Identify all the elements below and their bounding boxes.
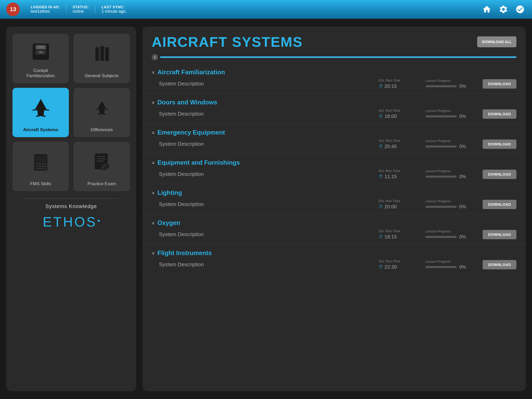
progress-label-2-0: Lesson Progress [425, 139, 451, 143]
home-button[interactable] [481, 4, 493, 15]
svg-rect-16 [45, 163, 46, 165]
progress-label-3-0: Lesson Progress [425, 169, 451, 173]
download-button-1-0[interactable]: DOWNLOAD [483, 109, 516, 119]
tile-general[interactable]: General Subjects [74, 34, 130, 83]
progress-pct-6-0: 0% [459, 264, 466, 270]
progress-bar-bg-0-0 [425, 85, 457, 87]
run-time-value-0-0: ⏱20:15 [379, 83, 397, 89]
download-button-4-0[interactable]: DOWNLOAD [483, 200, 516, 209]
tile-differences[interactable]: Differences [74, 88, 130, 137]
switch-icon: OFF ON [29, 38, 52, 65]
tile-aircraft[interactable]: Aircraft Systems [12, 88, 69, 137]
progress-bar-bg-4-0 [425, 206, 457, 208]
logged-in-section: LOGGED IN AS: test1ethos [24, 5, 66, 14]
progress-bar-bg-6-0 [425, 266, 457, 268]
svg-rect-13 [36, 163, 38, 165]
books-icon [90, 38, 114, 71]
top-bar-icons [481, 4, 526, 15]
right-panel-title: AIRCRAFT SYSTEMS [152, 34, 303, 50]
section-chevron-1: ∨ [152, 100, 155, 105]
run-time-value-6-0: ⏱22:30 [379, 264, 397, 270]
section-chevron-0: ∨ [152, 70, 155, 75]
lesson-name-1-0: System Description [159, 111, 379, 117]
run-time-label-4-0: Est. Run-Time [379, 199, 400, 203]
progress-group-4-0: Lesson Progress0% [425, 199, 483, 210]
progress-group-2-0: Lesson Progress0% [425, 139, 483, 149]
clock-icon: ⏱ [379, 114, 383, 119]
lesson-row-4-0: System DescriptionEst. Run-Time⏱20:00Les… [152, 198, 516, 214]
run-time-group-6-0: Est. Run-Time⏱22:30 [379, 259, 425, 270]
svg-rect-15 [42, 163, 44, 165]
top-bar: 13 LOGGED IN AS: test1ethos STATUS: onli… [0, 0, 532, 19]
progress-bar-bg-5-0 [425, 236, 457, 238]
plane-small-icon [90, 92, 114, 125]
section-block-4: ∨LightingSystem DescriptionEst. Run-Time… [142, 184, 526, 214]
lesson-row-0-0: System DescriptionEst. Run-Time⏱20:15Les… [152, 77, 516, 93]
app-logo: 13 [6, 3, 20, 16]
run-time-label-5-0: Est. Run-Time [379, 229, 400, 233]
run-time-value-3-0: ⏱11:15 [379, 174, 397, 179]
svg-text:ON: ON [38, 51, 43, 54]
tile-fms[interactable]: FMS Skills [12, 142, 69, 191]
tile-cockpit[interactable]: OFF ON CockpitFamiliarization [12, 34, 69, 83]
progress-bar-container-1-0: 0% [425, 114, 466, 119]
download-button-3-0[interactable]: DOWNLOAD [483, 170, 516, 179]
last-sync-value: 1 minute ago. [102, 9, 127, 14]
download-button-5-0[interactable]: DOWNLOAD [483, 230, 516, 239]
tile-practice[interactable]: A+ Practice Exam [74, 142, 130, 191]
lesson-name-0-0: System Description [159, 81, 379, 87]
section-chevron-6: ∨ [152, 251, 155, 256]
run-time-group-1-0: Est. Run-Time⏱18:00 [379, 109, 425, 119]
section-block-2: ∨Emergency EquipmentSystem DescriptionEs… [142, 124, 526, 154]
svg-rect-19 [42, 165, 44, 167]
download-button-2-0[interactable]: DOWNLOAD [483, 139, 516, 149]
tile-practice-label: Practice Exam [88, 181, 116, 187]
progress-label-5-0: Lesson Progress [425, 229, 451, 233]
progress-pct-0-0: 0% [459, 84, 466, 89]
fms-icon [29, 146, 52, 179]
progress-bar-container-0-0: 0% [425, 84, 466, 89]
progress-bar-container-5-0: 0% [425, 234, 466, 240]
lesson-row-1-0: System DescriptionEst. Run-Time⏱18:00Les… [152, 108, 516, 123]
section-name-3: Equipment and Furnishings [157, 159, 240, 166]
section-header-3[interactable]: ∨Equipment and Furnishings [152, 154, 516, 168]
lesson-row-2-0: System DescriptionEst. Run-Time⏱25:45Les… [152, 138, 516, 154]
download-button-0-0[interactable]: DOWNLOAD [483, 79, 516, 89]
status-section: STATUS: online [66, 5, 95, 14]
progress-bar-container-3-0: 0% [425, 174, 466, 179]
main-content: OFF ON CockpitFamiliarization [0, 19, 532, 399]
last-sync-label: LAST SYNC: [102, 5, 127, 9]
tile-differences-label: Differences [91, 127, 113, 132]
progress-bar-container-4-0: 0% [425, 204, 466, 210]
section-name-0: Aircraft Familiarization [157, 69, 225, 76]
section-header-5[interactable]: ∨Oxygen [152, 214, 516, 228]
progress-label-0-0: Lesson Progress [425, 79, 451, 83]
info-bar: i [142, 52, 526, 63]
clock-icon: ⏱ [379, 204, 383, 209]
left-panel-divider [24, 198, 118, 199]
section-chevron-5: ∨ [152, 221, 155, 225]
section-header-2[interactable]: ∨Emergency Equipment [152, 124, 516, 138]
svg-rect-21 [36, 168, 46, 169]
run-time-group-2-0: Est. Run-Time⏱25:45 [379, 139, 425, 149]
download-button-6-0[interactable]: DOWNLOAD [483, 260, 516, 269]
section-header-0[interactable]: ∨Aircraft Familiarization [152, 63, 516, 77]
clock-icon: ⏱ [379, 174, 383, 179]
clock-icon: ⏱ [379, 235, 383, 239]
svg-rect-24 [97, 158, 106, 159]
section-header-6[interactable]: ∨Flight Instruments [152, 244, 516, 258]
progress-group-6-0: Lesson Progress0% [425, 260, 483, 270]
section-header-4[interactable]: ∨Lighting [152, 184, 516, 198]
section-header-1[interactable]: ∨Doors and Windows [152, 94, 516, 108]
ethos-logo: ETHOS [43, 214, 99, 230]
download-all-button[interactable]: DOWNLOAD ALL [477, 36, 516, 47]
progress-bar-bg-2-0 [425, 145, 457, 148]
svg-rect-12 [35, 155, 46, 162]
tile-aircraft-label: Aircraft Systems [23, 127, 58, 132]
run-time-label-3-0: Est. Run-Time [379, 169, 400, 173]
lesson-row-6-0: System DescriptionEst. Run-Time⏱22:30Les… [152, 258, 516, 274]
section-name-6: Flight Instruments [157, 249, 212, 257]
section-block-1: ∨Doors and WindowsSystem DescriptionEst.… [142, 94, 526, 124]
settings-button[interactable] [498, 4, 509, 15]
profile-button[interactable] [514, 4, 526, 15]
